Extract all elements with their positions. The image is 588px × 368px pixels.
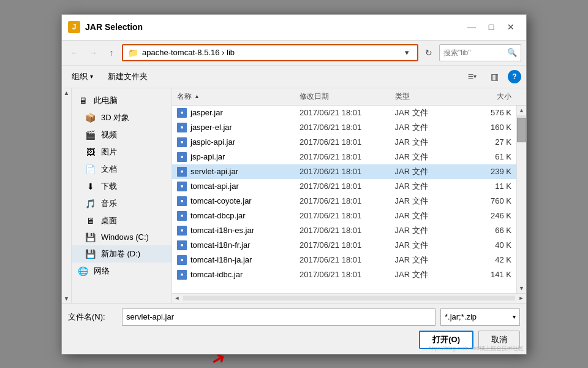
file-size: 246 K <box>491 211 511 220</box>
file-name: servlet-api.jar <box>190 167 238 176</box>
sidebar-item-label: 网络 <box>94 266 110 277</box>
file-size: 760 K <box>491 196 511 205</box>
search-input[interactable] <box>443 48 505 57</box>
file-size: 11 K <box>495 182 511 191</box>
sidebar-item-label: 视频 <box>101 129 117 140</box>
file-name: jasper.jar <box>190 108 223 117</box>
file-row[interactable]: ■ servlet-api.jar 2017/06/21 18:01 JAR 文… <box>172 164 516 179</box>
sidebar-scroll-up[interactable]: ▲ <box>64 90 70 96</box>
3d-objects-icon: 📦 <box>85 113 96 123</box>
sidebar-item-pictures[interactable]: 🖼 图片 <box>72 144 172 161</box>
file-type: JAR 文件 <box>395 211 428 220</box>
col-header-size[interactable]: 大小 <box>464 88 516 105</box>
help-button[interactable]: ? <box>508 70 521 83</box>
open-button[interactable]: 打开(O) <box>419 331 473 349</box>
view-mode-button[interactable]: ≡ ▾ <box>464 69 481 85</box>
file-date: 2017/06/21 18:01 <box>300 255 361 264</box>
file-name: tomcat-api.jar <box>190 182 239 191</box>
col-header-date[interactable]: 修改日期 <box>295 88 390 105</box>
network-icon: 🌐 <box>78 266 89 276</box>
maximize-button[interactable]: □ <box>482 20 500 34</box>
scroll-track[interactable] <box>517 115 526 283</box>
file-date: 2017/06/21 18:01 <box>300 152 361 161</box>
file-row[interactable]: ■ tomcat-api.jar 2017/06/21 18:01 JAR 文件… <box>172 179 516 194</box>
music-icon: 🎵 <box>85 199 96 209</box>
file-date: 2017/06/21 18:01 <box>300 167 361 176</box>
file-row[interactable]: ■ tomcat-i18n-ja.jar 2017/06/21 18:01 JA… <box>172 253 516 267</box>
sidebar-item-downloads[interactable]: ⬇ 下载 <box>72 178 172 195</box>
back-button[interactable]: ← <box>67 45 83 61</box>
file-icon: ■ <box>177 226 187 236</box>
d-drive-icon: 💾 <box>85 249 96 259</box>
file-row[interactable]: ■ tomcat-i18n-es.jar 2017/06/21 18:01 JA… <box>172 223 516 238</box>
file-icon: ■ <box>177 255 187 265</box>
scroll-down-button[interactable]: ▼ <box>517 283 527 293</box>
cancel-button[interactable]: 取消 <box>478 331 520 349</box>
sidebar-item-label: 文档 <box>101 164 117 175</box>
sidebar-item-network[interactable]: 🌐 网络 <box>72 263 172 280</box>
col-header-type[interactable]: 类型 <box>390 88 464 105</box>
file-row[interactable]: ■ jasper.jar 2017/06/21 18:01 JAR 文件 576… <box>172 105 516 120</box>
content-area: ▲ ▼ 🖥 此电脑 📦 3D 对象 🎬 视频 🖼 <box>62 88 526 303</box>
filename-row: 文件名(N): *.jar;*.zip ▾ <box>68 309 520 326</box>
forward-button[interactable]: → <box>85 45 101 61</box>
sidebar-item-c-drive[interactable]: 💾 Windows (C:) <box>72 229 172 245</box>
file-row[interactable]: ■ tomcat-coyote.jar 2017/06/21 18:01 JAR… <box>172 194 516 209</box>
sidebar-item-d-drive[interactable]: 💾 新加卷 (D:) <box>72 245 172 263</box>
sidebar-item-desktop[interactable]: 🖥 桌面 <box>72 212 172 229</box>
filetype-dropdown-arrow-icon: ▾ <box>513 313 516 320</box>
file-date: 2017/06/21 18:01 <box>300 182 361 191</box>
video-icon: 🎬 <box>85 130 96 140</box>
hscroll-left-button[interactable]: ◄ <box>172 293 182 303</box>
preview-panel-button[interactable]: ▥ <box>486 69 503 85</box>
file-date: 2017/06/21 18:01 <box>300 270 361 279</box>
sidebar-item-music[interactable]: 🎵 音乐 <box>72 195 172 212</box>
col-header-name[interactable]: 名称 ▲ <box>172 88 295 105</box>
vertical-scrollbar[interactable]: ▲ ▼ <box>516 105 526 293</box>
list-view-icon: ≡ <box>468 71 473 82</box>
toolbar: 组织 ▾ 新建文件夹 ≡ ▾ ▥ ? <box>62 66 526 88</box>
path-bar[interactable]: 📁 apache-tomcat-8.5.16 › lib ▾ <box>122 44 418 61</box>
search-icon: 🔍 <box>507 48 517 57</box>
sidebar-item-3d-objects[interactable]: 📦 3D 对象 <box>72 109 172 126</box>
hscroll-track[interactable] <box>183 296 515 301</box>
minimize-button[interactable]: — <box>462 20 481 34</box>
close-button[interactable]: ✕ <box>502 20 520 34</box>
file-icon: ■ <box>177 196 187 206</box>
file-row[interactable]: ■ tomcat-dbcp.jar 2017/06/21 18:01 JAR 文… <box>172 209 516 223</box>
up-button[interactable]: ↑ <box>104 45 119 61</box>
sidebar-item-video[interactable]: 🎬 视频 <box>72 126 172 144</box>
file-row[interactable]: ■ tomcat-i18n-fr.jar 2017/06/21 18:01 JA… <box>172 238 516 253</box>
jar-selection-dialog: J JAR Selection — □ ✕ ← → ↑ 📁 apache-tom… <box>61 14 527 355</box>
filetype-dropdown[interactable]: *.jar;*.zip ▾ <box>440 309 520 326</box>
organize-button[interactable]: 组织 ▾ <box>67 69 98 85</box>
file-row[interactable]: ■ tomcat-idbc.jar 2017/06/21 18:01 JAR 文… <box>172 267 516 282</box>
scroll-up-button[interactable]: ▲ <box>517 105 527 115</box>
file-row[interactable]: ■ jsp-api.jar 2017/06/21 18:01 JAR 文件 61… <box>172 150 516 164</box>
action-row: 打开(O) 取消 <box>68 331 520 349</box>
file-icon: ■ <box>177 211 187 221</box>
sidebar-scroll-down[interactable]: ▼ <box>64 295 70 302</box>
hscroll-right-button[interactable]: ► <box>516 293 526 303</box>
file-type: JAR 文件 <box>395 240 428 250</box>
sidebar-item-documents[interactable]: 📄 文档 <box>72 161 172 178</box>
sidebar-item-label: 桌面 <box>101 215 117 226</box>
sidebar-item-this-pc[interactable]: 🖥 此电脑 <box>72 92 172 109</box>
file-name: tomcat-idbc.jar <box>190 270 243 279</box>
file-type: JAR 文件 <box>395 255 428 264</box>
file-name: tomcat-dbcp.jar <box>190 211 246 220</box>
c-drive-icon: 💾 <box>85 232 96 242</box>
file-row[interactable]: ■ jaspic-api.jar 2017/06/21 18:01 JAR 文件… <box>172 135 516 150</box>
file-name: jaspic-api.jar <box>190 137 235 147</box>
file-row[interactable]: ■ jasper-el.jar 2017/06/21 18:01 JAR 文件 … <box>172 120 516 135</box>
file-type: JAR 文件 <box>395 196 428 205</box>
horizontal-scrollbar[interactable]: ◄ ► <box>172 293 526 303</box>
file-icon: ■ <box>177 270 187 280</box>
file-size: 40 K <box>495 240 511 250</box>
new-folder-button[interactable]: 新建文件夹 <box>103 69 153 85</box>
refresh-button[interactable]: ↻ <box>421 45 437 61</box>
path-dropdown-button[interactable]: ▾ <box>401 45 412 61</box>
pictures-icon: 🖼 <box>85 147 96 157</box>
documents-icon: 📄 <box>85 164 96 174</box>
filename-input[interactable] <box>122 309 435 326</box>
